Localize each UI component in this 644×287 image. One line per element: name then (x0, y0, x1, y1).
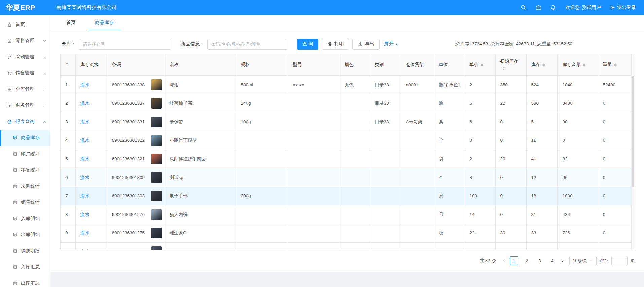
sidebar-item-outbound-detail[interactable]: 出库明细 (0, 227, 50, 243)
product-info-input[interactable] (207, 39, 287, 50)
cell-init-stock: 0 (495, 131, 526, 150)
stock-flow-link[interactable]: 流水 (80, 119, 90, 124)
product-thumbnail[interactable] (151, 98, 162, 109)
cell-flow: 流水 (75, 168, 107, 187)
barcode-text: 6901236301338 (112, 82, 145, 87)
product-thumbnail[interactable] (151, 117, 162, 127)
bank-icon[interactable] (536, 5, 541, 10)
tab-goods-stock[interactable]: 商品库存 (88, 15, 121, 30)
logout-button[interactable]: 退出登录 (610, 5, 636, 11)
page-button-4[interactable]: 4 (548, 256, 557, 265)
cell-amount: 1800 (557, 187, 598, 205)
page-button-3[interactable]: 3 (535, 256, 544, 265)
stock-flow-link[interactable]: 流水 (80, 249, 90, 250)
cell-spec: 200g (236, 187, 288, 205)
cell-shelf (401, 168, 434, 187)
page-size-select[interactable]: 10条/页 (569, 256, 597, 265)
product-thumbnail[interactable] (151, 135, 162, 146)
product-thumbnail[interactable] (151, 228, 162, 238)
sort-carets-icon[interactable] (542, 63, 545, 67)
sidebar-item-outbound-summary[interactable]: 出库汇总 (0, 275, 50, 287)
col-header-label: 型号 (293, 62, 302, 67)
stock-flow-link[interactable]: 流水 (80, 101, 90, 106)
cell-name: 小鹏汽车模型 (165, 131, 236, 150)
sidebar-item-label: 销售管理 (15, 70, 34, 76)
sales-icon (7, 71, 12, 76)
jump-page-input[interactable] (611, 256, 628, 265)
page-button-1[interactable]: 1 (510, 256, 518, 265)
sidebar-item-retail[interactable]: 零售管理 (0, 33, 50, 49)
cell-name: 维生素C (165, 224, 236, 242)
stock-flow-link[interactable]: 流水 (80, 138, 90, 143)
list-icon (13, 184, 18, 189)
stock-flow-link[interactable]: 流水 (80, 175, 90, 180)
col-header-label: 条码 (112, 62, 121, 67)
cell-flow: 流水 (75, 187, 107, 205)
cell-spec: 100g (236, 113, 288, 131)
scrollbar-thumb[interactable] (632, 76, 634, 187)
sort-carets-icon[interactable] (583, 63, 585, 67)
product-thumbnail[interactable] (151, 209, 162, 220)
next-page-button[interactable] (560, 259, 565, 263)
search-icon[interactable] (521, 5, 527, 10)
cell-unit (434, 242, 465, 250)
tab-home[interactable]: 首页 (59, 15, 83, 30)
col-header-weight[interactable]: 重量 (598, 54, 632, 75)
sidebar-item-finance[interactable]: 财务管理 (0, 97, 50, 114)
product-thumbnail[interactable] (151, 154, 162, 164)
col-header-label: 重量 (603, 62, 612, 67)
product-thumbnail[interactable] (151, 79, 162, 90)
stock-flow-link[interactable]: 流水 (80, 193, 90, 198)
sidebar-item-retail-stats[interactable]: 零售统计 (0, 162, 50, 178)
cell-price: 100 (465, 187, 495, 205)
sort-carets-icon[interactable] (614, 63, 617, 67)
sidebar-item-home[interactable]: 首页 (0, 17, 50, 33)
product-thumbnail[interactable] (151, 172, 162, 183)
bell-icon[interactable] (550, 5, 556, 10)
app-logo[interactable]: 华夏ERP (0, 3, 50, 12)
sidebar-item-sales[interactable]: 销售管理 (0, 65, 50, 81)
warehouse-select[interactable] (79, 39, 171, 50)
sidebar-item-purchase[interactable]: 采购管理 (0, 49, 50, 65)
expand-link[interactable]: 展开 (384, 41, 399, 47)
cell-barcode: 69012363012 (107, 242, 165, 250)
cell-weight: 0 (598, 150, 632, 168)
home-icon (7, 22, 12, 27)
product-thumbnail[interactable] (151, 246, 162, 250)
col-header-label: 名称 (170, 62, 179, 67)
print-button[interactable]: 打印 (322, 39, 349, 50)
cell-amount: 96 (557, 168, 598, 187)
col-header-stock[interactable]: 库存 (526, 54, 557, 75)
col-header-label: 库存流水 (80, 62, 99, 67)
stock-flow-link[interactable]: 流水 (80, 82, 90, 87)
stock-flow-link[interactable]: 流水 (80, 212, 90, 217)
sort-carets-icon[interactable] (481, 63, 483, 67)
cell-weight: 52400 (598, 75, 632, 94)
product-thumbnail[interactable] (151, 191, 162, 201)
table-scrollbar[interactable] (631, 54, 635, 250)
sidebar-item-goods-stock[interactable]: 商品库存 (0, 130, 50, 146)
page-button-2[interactable]: 2 (522, 256, 531, 265)
cell-color (340, 94, 370, 113)
prev-page-button[interactable] (501, 259, 507, 263)
sidebar-item-sales-stats[interactable]: 销售统计 (0, 194, 50, 211)
stock-flow-link[interactable]: 流水 (80, 156, 90, 161)
col-header-price[interactable]: 单价 (465, 54, 495, 75)
stock-flow-link[interactable]: 流水 (80, 230, 90, 235)
sidebar-item-purchase-stats[interactable]: 采购统计 (0, 178, 50, 194)
export-button[interactable]: 导出 (352, 39, 380, 50)
sort-carets-icon[interactable] (502, 67, 505, 70)
search-button[interactable]: 查 询 (297, 39, 318, 50)
cell-price: 14 (465, 205, 495, 224)
sidebar-item-inbound-summary[interactable]: 入库汇总 (0, 259, 50, 275)
expand-label: 展开 (384, 41, 394, 47)
cell-barcode: 6901236301303 (107, 187, 165, 205)
sidebar-item-account-stats[interactable]: 账户统计 (0, 146, 50, 162)
sidebar-item-reports[interactable]: 报表查询 (0, 114, 50, 130)
sidebar-item-warehouse[interactable]: 仓库管理 (0, 81, 50, 97)
sidebar-item-inbound-detail[interactable]: 入库明细 (0, 211, 50, 227)
sidebar-item-transfer-detail[interactable]: 调拨明细 (0, 243, 50, 259)
col-header-init-stock[interactable]: 初始库存 (495, 54, 526, 75)
cell-color (340, 187, 370, 205)
col-header-amount[interactable]: 库存金额 (557, 54, 598, 75)
